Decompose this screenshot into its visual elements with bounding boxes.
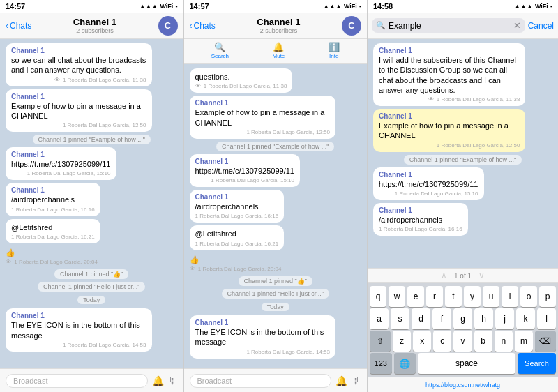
message-body[interactable]: https://t.me/c/1307925099/11: [379, 179, 478, 189]
bottom-bar-url: https://blog.csdn.net/whatg: [425, 382, 500, 389]
message-body: Example of how to pin a message in a CHA…: [11, 101, 146, 121]
key-x[interactable]: x: [413, 331, 431, 352]
key-k[interactable]: k: [516, 308, 535, 329]
message-meta: 1 Roberta Dal Lago Garcia, 14:53: [11, 342, 146, 348]
avatar-2[interactable]: C: [342, 16, 361, 36]
next-page-btn[interactable]: ∨: [478, 271, 485, 280]
mic-icon-2[interactable]: 🎙: [352, 375, 361, 386]
back-label-1: Chats: [10, 21, 31, 31]
channel-title-1: Channel 1: [31, 17, 158, 27]
key-l[interactable]: l: [537, 308, 556, 329]
broadcast-bar-1: Broadcast 🔔 🎙: [0, 368, 183, 392]
key-a[interactable]: a: [370, 308, 389, 329]
message-p2-1: questions. 👁 1 Roberta Dal Lago Garcia, …: [190, 68, 293, 93]
message-meta: 👁 1 Roberta Dal Lago Garcia, 11:38: [379, 96, 520, 103]
system-msg-p2-1: Channel 1 pinned "Example of how ...": [216, 142, 334, 151]
key-c[interactable]: c: [433, 331, 451, 352]
mic-icon[interactable]: 🎙: [168, 375, 178, 386]
broadcast-input-2[interactable]: Broadcast: [190, 374, 332, 388]
system-msg-p2-2: Channel 1 pinned "👍": [239, 276, 312, 286]
broadcast-input-1[interactable]: Broadcast: [6, 374, 148, 388]
search-clear-icon[interactable]: ✕: [513, 20, 521, 31]
key-v[interactable]: v: [453, 331, 472, 352]
key-p[interactable]: p: [539, 286, 556, 307]
nav-center-1: Channel 1 2 subscribers: [31, 17, 158, 34]
result-4: Channel 1 /airdroperchannels 1 Roberta D…: [373, 203, 468, 236]
info-tool-btn[interactable]: ℹ️ Info: [329, 42, 340, 61]
key-e[interactable]: e: [407, 286, 424, 307]
shift-key[interactable]: ⇧: [370, 331, 391, 352]
key-i[interactable]: i: [502, 286, 518, 307]
back-button-2[interactable]: ‹ Chats: [190, 21, 216, 31]
search-input-wrapper: 🔍 ✕: [372, 18, 525, 33]
search-results: Channel 1 I will add the subscribers of …: [368, 39, 558, 268]
mute-tool-btn[interactable]: 🔔 Mute: [273, 42, 285, 61]
cancel-button[interactable]: Cancel: [528, 21, 554, 31]
message-meta: 👁 1 Roberta Dal Lago Garcia, 11:38: [195, 83, 287, 89]
time-2: 14:57: [190, 2, 209, 10]
status-bar-3: 14:58 ▲▲▲ WiFi ▪: [368, 0, 558, 13]
channel-label: Channel 1: [379, 171, 478, 179]
message-meta: 1 Roberta Dal Lago Garcia, 15:10: [195, 177, 295, 183]
pagination-label: 1 of 1: [454, 272, 472, 280]
space-key[interactable]: space: [418, 353, 515, 374]
keyboard-search-key[interactable]: Search: [518, 353, 556, 374]
bell-icon[interactable]: 🔔: [152, 375, 164, 386]
search-input[interactable]: [389, 21, 511, 31]
key-s[interactable]: s: [391, 308, 409, 329]
message-body: 👍: [190, 255, 282, 264]
message-p2-4: Channel 1 /airdroperchannels 1 Roberta D…: [190, 190, 285, 223]
keyboard: q w e r t y u i o p a s d f g h j k l ⇧ …: [368, 283, 558, 377]
message-p2-7: Channel 1 The EYE ICON is in the bottom …: [190, 315, 336, 359]
nav-center-2: Channel 1 2 subscribers: [216, 17, 342, 34]
chat-area-1: Channel 1 so we can all chat about the b…: [0, 39, 183, 368]
bell-icon-2[interactable]: 🔔: [335, 375, 347, 386]
backspace-key[interactable]: ⌫: [535, 331, 556, 352]
channel-label: Channel 1: [379, 206, 462, 214]
key-y[interactable]: y: [464, 286, 481, 307]
key-q[interactable]: q: [370, 286, 386, 307]
message-6: 👍 👁 1 Roberta Dal Lago Garcia, 20:04: [6, 246, 98, 266]
key-b[interactable]: b: [474, 331, 492, 352]
message-body[interactable]: https://t.me/c/1307925099/11: [11, 159, 111, 169]
globe-key[interactable]: 🌐: [394, 353, 416, 374]
key-d[interactable]: d: [412, 308, 430, 329]
key-f[interactable]: f: [432, 308, 451, 329]
message-p2-3: Channel 1 https://t.me/c/1307925099/11 1…: [190, 154, 301, 187]
message-3: Channel 1 https://t.me/c/1307925099/11 1…: [6, 147, 116, 180]
system-msg-3: Channel 1 pinned "Hello I just cr...": [38, 282, 145, 292]
avatar-1[interactable]: C: [158, 16, 178, 36]
key-t[interactable]: t: [445, 286, 462, 307]
pagination-bar: ∧ 1 of 1 ∨: [368, 268, 558, 283]
broadcast-icons-2: 🔔 🎙: [335, 375, 361, 386]
message-p2-5: @Letitshred 1 Roberta Dal Lago Garcia, 1…: [190, 225, 285, 250]
key-o[interactable]: o: [520, 286, 537, 307]
channel-label: Channel 1: [195, 193, 279, 201]
message-1: Channel 1 so we can all chat about the b…: [6, 43, 152, 86]
system-msg-1: Channel 1 pinned "Example of how ...": [33, 135, 151, 144]
key-z[interactable]: z: [393, 331, 411, 352]
key-g[interactable]: g: [453, 308, 472, 329]
key-h[interactable]: h: [474, 308, 493, 329]
message-meta: 1 Roberta Dal Lago Garcia, 16:21: [11, 234, 95, 240]
key-j[interactable]: j: [495, 308, 514, 329]
panel-2: 14:57 ▲▲▲ WiFi ▪ ‹ Chats Channel 1 2 sub…: [184, 0, 368, 392]
message-7: Channel 1 The EYE ICON is in the bottom …: [6, 308, 152, 352]
channel-label: Channel 1: [11, 93, 146, 100]
key-n[interactable]: n: [495, 331, 513, 352]
signal-icon-3: ▲▲▲: [514, 3, 533, 10]
message-body[interactable]: https://t.me/c/1307925099/11: [195, 166, 295, 176]
key-u[interactable]: u: [483, 286, 499, 307]
key-w[interactable]: w: [389, 286, 405, 307]
key-r[interactable]: r: [426, 286, 443, 307]
back-button-1[interactable]: ‹ Chats: [6, 21, 31, 31]
chevron-left-icon: ‹: [190, 21, 193, 31]
key-m[interactable]: m: [515, 331, 533, 352]
time-3: 14:58: [373, 2, 393, 10]
prev-page-btn[interactable]: ∧: [441, 271, 447, 280]
time-1: 14:57: [6, 2, 25, 10]
message-5: @Letitshred 1 Roberta Dal Lago Garcia, 1…: [6, 219, 100, 243]
channel-label: Channel 1: [195, 158, 295, 165]
numbers-key[interactable]: 123: [370, 353, 392, 374]
search-tool-btn[interactable]: 🔍 Search: [211, 42, 229, 61]
